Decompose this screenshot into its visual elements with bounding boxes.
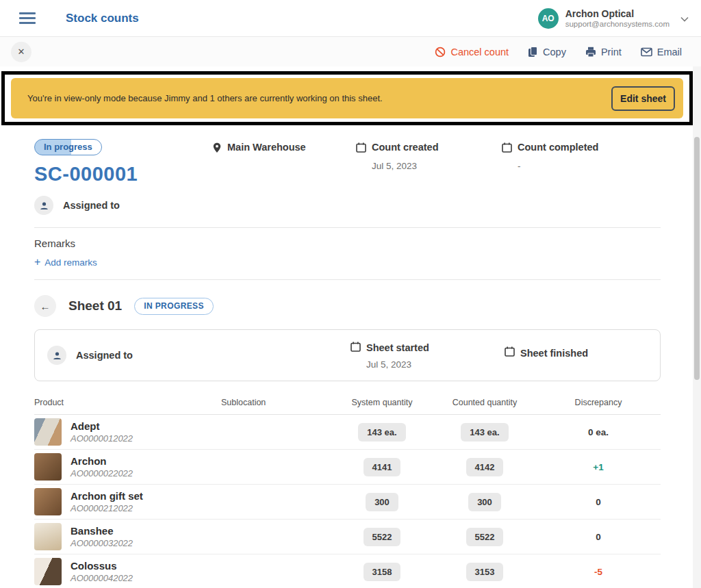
product-image: [34, 453, 62, 481]
scrollbar-track[interactable]: [693, 66, 701, 588]
page-title: Stock counts: [66, 12, 139, 25]
system-quantity-value: 3158: [364, 563, 401, 581]
table-row[interactable]: Archon gift set AO0000212022 300 300 0: [34, 485, 661, 520]
account-name: Archon Optical: [565, 8, 670, 19]
count-location: Main Warehouse: [212, 139, 356, 215]
counted-quantity-value: 143 ea.: [461, 423, 508, 442]
product-name: Archon: [71, 455, 133, 468]
sheet-started-label: Sheet started: [366, 342, 429, 353]
account-email: support@archonsystems.com: [565, 20, 670, 28]
cancel-count-label: Cancel count: [450, 47, 509, 57]
sheet-header: ← Sheet 01 IN PROGRESS: [34, 295, 661, 317]
location-label: Main Warehouse: [227, 142, 306, 153]
toolbar-actions: Cancel count Copy Print Email: [435, 47, 690, 57]
product-sku: AO0000042022: [71, 573, 133, 583]
count-assigned-to[interactable]: Assigned to: [34, 196, 212, 215]
highlight-annotation-frame: You're in view-only mode because Jimmy a…: [1, 71, 693, 125]
product-sku: AO0000012022: [71, 433, 133, 444]
avatar: AO: [538, 8, 559, 29]
email-label: Email: [657, 47, 682, 57]
print-button[interactable]: Print: [585, 47, 622, 57]
top-bar: Stock counts AO Archon Optical support@a…: [0, 0, 701, 37]
chevron-down-icon: [680, 12, 689, 25]
count-created-value: Jul 5, 2023: [372, 161, 502, 171]
count-completed-value: -: [518, 161, 661, 171]
header-product: Product: [34, 398, 221, 407]
count-completed: Count completed -: [502, 139, 661, 215]
header-sublocation: Sublocation: [221, 398, 331, 407]
count-status-badge: In progress: [34, 139, 102, 155]
product-image: [34, 418, 62, 446]
count-created: Count created Jul 5, 2023: [356, 139, 502, 215]
remarks-section: Remarks + Add remarks: [34, 238, 661, 268]
product-sku: AO0000032022: [71, 538, 133, 548]
account-menu[interactable]: AO Archon Optical support@archonsystems.…: [538, 8, 689, 29]
counted-quantity-value: 300: [468, 493, 501, 511]
table-row[interactable]: Colossus AO0000042022 3158 3153 -5: [34, 554, 661, 588]
counted-quantity-value: 5522: [466, 528, 504, 546]
record-toolbar: ✕ Cancel count Copy Print Email: [0, 37, 701, 66]
count-created-label: Count created: [372, 142, 439, 153]
product-image: [34, 488, 62, 515]
counted-quantity-value: 3153: [466, 563, 504, 581]
product-name: Colossus: [71, 560, 133, 573]
product-name: Banshee: [71, 525, 133, 538]
sheet-status-badge: IN PROGRESS: [134, 298, 214, 315]
cancel-icon: [435, 47, 446, 57]
product-name: Archon gift set: [71, 490, 143, 503]
close-button[interactable]: ✕: [11, 42, 31, 62]
sheet-started-value: Jul 5, 2023: [366, 359, 505, 370]
calendar-icon: [350, 342, 361, 355]
person-icon: [34, 196, 53, 215]
table-header-row: Product Sublocation System quantity Coun…: [34, 398, 661, 415]
product-sku: AO0000022022: [71, 468, 133, 478]
discrepancy-value: 0: [536, 532, 661, 542]
discrepancy-value: 0 ea.: [536, 427, 661, 437]
discrepancy-value: 0: [536, 497, 661, 507]
back-button[interactable]: ←: [34, 295, 56, 317]
product-image: [34, 558, 62, 585]
sheet-assigned-label: Assigned to: [76, 350, 133, 361]
table-row[interactable]: Adept AO0000012022 143 ea. 143 ea. 0 ea.: [34, 415, 661, 450]
add-remarks-label: Add remarks: [44, 257, 97, 268]
count-items-table: Product Sublocation System quantity Coun…: [34, 398, 661, 588]
main-content: In progress SC-000001 Assigned to Main W…: [0, 125, 693, 588]
product-name: Adept: [71, 420, 133, 433]
add-remarks-link[interactable]: + Add remarks: [34, 257, 97, 268]
banner-message: You're in view-only mode because Jimmy a…: [27, 93, 383, 103]
edit-sheet-button[interactable]: Edit sheet: [611, 86, 675, 111]
sheet-assigned-to[interactable]: Assigned to: [47, 346, 350, 365]
discrepancy-value: +1: [536, 462, 661, 472]
sheet-finished: Sheet finished: [505, 346, 648, 364]
person-icon: [47, 346, 66, 365]
scrollbar-thumb[interactable]: [694, 137, 700, 380]
divider: [34, 279, 661, 280]
counted-quantity-value: 4142: [466, 458, 504, 476]
hamburger-menu-icon[interactable]: [19, 12, 36, 24]
count-id: SC-000001: [34, 163, 212, 186]
copy-button[interactable]: Copy: [528, 47, 566, 57]
copy-label: Copy: [543, 47, 566, 57]
assigned-to-label: Assigned to: [63, 200, 120, 211]
header-system-quantity: System quantity: [331, 398, 433, 407]
print-label: Print: [601, 47, 622, 57]
table-row[interactable]: Archon AO0000022022 4141 4142 +1: [34, 450, 661, 485]
divider: [34, 227, 661, 228]
plus-icon: +: [34, 257, 40, 268]
email-icon: [641, 47, 652, 57]
location-pin-icon: [212, 142, 222, 156]
header-discrepancy: Discrepancy: [536, 398, 661, 407]
cancel-count-button[interactable]: Cancel count: [435, 47, 509, 57]
sheet-started: Sheet started Jul 5, 2023: [350, 342, 505, 370]
copy-icon: [528, 47, 538, 57]
email-button[interactable]: Email: [641, 47, 682, 57]
calendar-icon: [505, 346, 515, 359]
discrepancy-value: -5: [536, 567, 661, 577]
calendar-icon: [502, 142, 512, 155]
header-counted-quantity: Counted quantity: [433, 398, 536, 407]
view-only-banner: You're in view-only mode because Jimmy a…: [11, 78, 683, 118]
product-image: [34, 523, 62, 550]
calendar-icon: [356, 142, 366, 155]
system-quantity-value: 5522: [364, 528, 401, 546]
table-row[interactable]: Banshee AO0000032022 5522 5522 0: [34, 520, 661, 554]
